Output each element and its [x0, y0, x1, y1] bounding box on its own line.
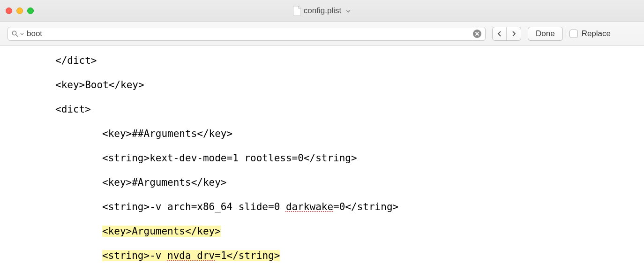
- window-controls: [6, 8, 34, 14]
- document-icon: [293, 6, 301, 15]
- search-box[interactable]: [7, 27, 486, 41]
- find-bar: Done Replace: [0, 22, 644, 46]
- code-line[interactable]: <key>Boot</key>: [55, 79, 644, 91]
- replace-toggle: Replace: [569, 29, 611, 38]
- svg-point-0: [12, 31, 16, 35]
- text-editor[interactable]: </dict> <key>Boot</key> <dict> <key>##Ar…: [0, 46, 644, 272]
- code-line[interactable]: </dict>: [55, 54, 644, 67]
- prev-next-segment: [492, 27, 521, 41]
- code-line[interactable]: <key>##Arguments</key>: [55, 128, 644, 140]
- clear-search-button[interactable]: [473, 30, 481, 38]
- window-title[interactable]: config.plist: [293, 6, 351, 15]
- code-line[interactable]: <key>Arguments</key>: [55, 225, 644, 237]
- code-line[interactable]: <string>-v nvda_drv=1</string>: [55, 249, 644, 262]
- find-prev-button[interactable]: [493, 27, 507, 40]
- filename: config.plist: [304, 6, 341, 15]
- spell-wave: nvda_drv: [167, 250, 215, 261]
- search-input[interactable]: [27, 29, 470, 38]
- done-button[interactable]: Done: [528, 27, 563, 41]
- svg-line-1: [16, 35, 18, 37]
- spell-wave: darkwake: [286, 201, 333, 212]
- search-options-chevron-icon[interactable]: [20, 31, 24, 36]
- replace-label: Replace: [582, 29, 611, 38]
- code-line[interactable]: <string>kext-dev-mode=1 rootless=0</stri…: [55, 152, 644, 164]
- highlighted-text: <key>Arguments</key>: [102, 226, 221, 237]
- zoom-window-button[interactable]: [27, 8, 34, 14]
- code-line[interactable]: <string>-v arch=x86_64 slide=0 darkwake=…: [55, 201, 644, 213]
- highlighted-text: <string>-v nvda_drv=1</string>: [102, 250, 280, 261]
- code-line[interactable]: <dict>: [55, 103, 644, 115]
- titlebar: config.plist: [0, 0, 644, 22]
- find-next-button[interactable]: [507, 27, 521, 40]
- minimize-window-button[interactable]: [16, 8, 23, 14]
- code-line[interactable]: <key>#Arguments</key>: [55, 176, 644, 189]
- search-icon[interactable]: [12, 30, 18, 37]
- replace-checkbox[interactable]: [569, 30, 578, 38]
- close-window-button[interactable]: [6, 8, 12, 14]
- chevron-down-icon[interactable]: [346, 8, 351, 14]
